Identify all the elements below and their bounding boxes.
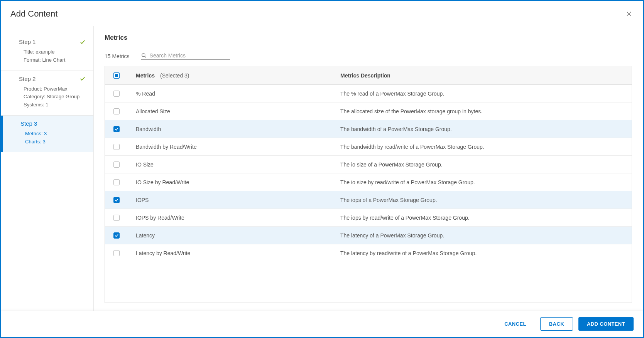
row-checkbox[interactable] — [113, 144, 120, 150]
metric-desc-cell: The iops of a PowerMax Storage Group. — [340, 197, 437, 203]
table-row[interactable]: IO Size by Read/WriteThe io size by read… — [105, 173, 632, 191]
col-header-metrics[interactable]: Metrics — [136, 72, 155, 79]
table-header: Metrics (Selected 3) Metrics Description — [105, 66, 632, 85]
step-details: Product: PowerMax Category: Storage Grou… — [19, 85, 86, 109]
metrics-table: Metrics (Selected 3) Metrics Description… — [105, 66, 632, 303]
step-title: Step 1 — [19, 39, 35, 45]
cancel-button[interactable]: CANCEL — [496, 317, 535, 331]
row-checkbox[interactable] — [113, 126, 120, 132]
step-details: Title: example Format: Line Chart — [19, 48, 86, 64]
metric-desc-cell: The allocated size of the PowerMax stora… — [340, 108, 482, 114]
svg-point-2 — [142, 54, 145, 57]
metric-desc-cell: The bandwidth by read/write of a PowerMa… — [340, 144, 484, 150]
row-checkbox[interactable] — [113, 215, 120, 221]
close-icon — [625, 10, 632, 17]
main-title: Metrics — [105, 34, 632, 42]
metric-name-cell: Allocated Size — [136, 108, 170, 114]
modal-title: Add Content — [10, 9, 57, 19]
select-all-checkbox[interactable] — [113, 72, 120, 79]
col-header-selected-count: (Selected 3) — [160, 72, 189, 79]
metrics-count-label: 15 Metrics — [105, 53, 130, 59]
table-row[interactable]: Latency by Read/WriteThe latency by read… — [105, 244, 632, 262]
metric-name-cell: IOPS — [136, 197, 149, 203]
search-box[interactable] — [141, 52, 230, 60]
step-details: Metrics: 3 Charts: 3 — [20, 130, 86, 146]
step-detail-line: Systems: 1 — [24, 101, 86, 109]
table-row[interactable]: IO SizeThe io size of a PowerMax Storage… — [105, 156, 632, 173]
main-content: Metrics 15 Metrics Metrics — [94, 26, 643, 311]
close-button[interactable] — [624, 9, 634, 18]
search-icon — [141, 53, 147, 58]
table-row[interactable]: IOPSThe iops of a PowerMax Storage Group… — [105, 191, 632, 209]
metric-desc-cell: The iops by read/write of a PowerMax Sto… — [340, 215, 470, 221]
modal-header: Add Content — [1, 1, 643, 26]
search-input[interactable] — [150, 52, 230, 59]
table-row[interactable]: % ReadThe % read of a PowerMax Storage G… — [105, 85, 632, 103]
table-row[interactable]: Bandwidth by Read/WriteThe bandwidth by … — [105, 138, 632, 156]
check-icon — [79, 76, 86, 82]
step-detail-line: Title: example — [24, 48, 86, 56]
metric-name-cell: IOPS by Read/Write — [136, 215, 184, 221]
wizard-sidebar: Step 1 Title: example Format: Line Chart… — [1, 26, 94, 311]
step-detail-line: Metrics: 3 — [25, 130, 86, 138]
table-body[interactable]: % ReadThe % read of a PowerMax Storage G… — [105, 85, 632, 303]
row-checkbox[interactable] — [113, 232, 120, 239]
metric-name-cell: % Read — [136, 91, 155, 97]
row-checkbox[interactable] — [113, 250, 120, 256]
table-row[interactable]: BandwidthThe bandwidth of a PowerMax Sto… — [105, 120, 632, 138]
row-checkbox[interactable] — [113, 91, 120, 97]
step-detail-line: Format: Line Chart — [24, 56, 86, 64]
step-detail-line: Charts: 3 — [25, 138, 86, 146]
metric-name-cell: Bandwidth by Read/Write — [136, 144, 197, 150]
svg-line-3 — [144, 56, 146, 58]
metric-name-cell: IO Size by Read/Write — [136, 179, 189, 185]
row-checkbox[interactable] — [113, 179, 120, 185]
modal-body: Step 1 Title: example Format: Line Chart… — [1, 26, 643, 311]
metric-desc-cell: The io size of a PowerMax Storage Group. — [340, 161, 443, 168]
metric-desc-cell: The bandwidth of a PowerMax Storage Grou… — [340, 126, 452, 132]
modal-footer: CANCEL BACK ADD CONTENT — [1, 311, 643, 337]
back-button[interactable]: BACK — [540, 317, 573, 331]
table-row[interactable]: IOPS by Read/WriteThe iops by read/write… — [105, 209, 632, 227]
metrics-toolbar: 15 Metrics — [105, 52, 632, 60]
step-detail-line: Product: PowerMax — [24, 85, 86, 93]
step-detail-line: Category: Storage Group — [24, 93, 86, 101]
add-content-modal: Add Content Step 1 Title: example Format… — [0, 0, 644, 338]
step-title: Step 2 — [19, 76, 35, 82]
metric-name-cell: Latency — [136, 232, 155, 239]
metric-name-cell: IO Size — [136, 161, 154, 168]
wizard-step-2[interactable]: Step 2 Product: PowerMax Category: Stora… — [1, 71, 93, 116]
table-row[interactable]: LatencyThe latency of a PowerMax Storage… — [105, 227, 632, 244]
row-checkbox[interactable] — [113, 161, 120, 168]
check-icon — [79, 39, 86, 45]
add-content-button[interactable]: ADD CONTENT — [578, 317, 634, 331]
metric-name-cell: Latency by Read/Write — [136, 250, 190, 256]
row-checkbox[interactable] — [113, 108, 120, 114]
metric-desc-cell: The % read of a PowerMax Storage Group. — [340, 91, 444, 97]
wizard-step-1[interactable]: Step 1 Title: example Format: Line Chart — [1, 34, 93, 71]
table-row[interactable]: Allocated SizeThe allocated size of the … — [105, 103, 632, 120]
metric-desc-cell: The latency by read/write of a PowerMax … — [340, 250, 477, 256]
metric-name-cell: Bandwidth — [136, 126, 161, 132]
col-header-description[interactable]: Metrics Description — [340, 72, 390, 79]
metric-desc-cell: The latency of a PowerMax Storage Group. — [340, 232, 444, 239]
wizard-step-3[interactable]: Step 3 Metrics: 3 Charts: 3 — [1, 116, 93, 152]
metric-desc-cell: The io size by read/write of a PowerMax … — [340, 179, 475, 185]
row-checkbox[interactable] — [113, 197, 120, 203]
step-title: Step 3 — [20, 120, 37, 127]
